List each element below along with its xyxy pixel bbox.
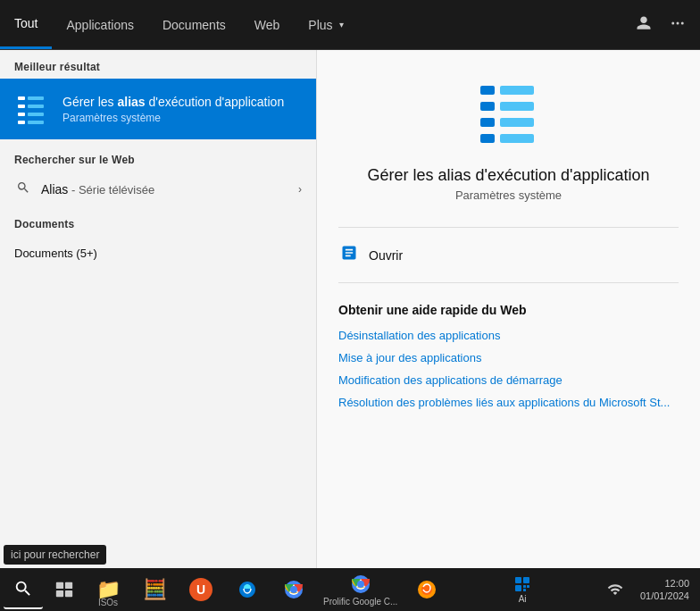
web-help-item-0[interactable]: Désinstallation des applications	[338, 324, 679, 347]
taskbar-prolific-google[interactable]: Prolific Google C...	[318, 570, 403, 609]
open-label: Ouvrir	[369, 248, 403, 263]
tab-applications[interactable]: Applications	[52, 0, 148, 49]
web-help-item-3[interactable]: Résolution des problèmes liés aux applic…	[338, 391, 679, 414]
tab-web[interactable]: Web	[240, 0, 295, 49]
svg-rect-16	[500, 118, 534, 127]
svg-rect-4	[28, 96, 44, 100]
right-panel: Gérer les alias d'exécution d'applicatio…	[317, 50, 700, 568]
svg-rect-35	[527, 585, 529, 588]
taskbar-file-explorer[interactable]: 📁 ISOs	[86, 570, 130, 609]
svg-rect-13	[480, 102, 495, 111]
svg-rect-32	[523, 577, 529, 583]
svg-rect-7	[18, 113, 25, 116]
task-view-button[interactable]	[45, 570, 84, 609]
nav-icons	[629, 8, 700, 42]
chevron-down-icon: ▾	[339, 20, 344, 29]
wifi-icon[interactable]	[596, 570, 635, 609]
svg-rect-36	[523, 589, 526, 591]
settings-list-icon	[14, 91, 50, 127]
svg-rect-19	[56, 582, 63, 589]
svg-point-25	[290, 586, 297, 593]
taskbar: ici pour rechercher 📁 ISOs 🧮 U	[0, 568, 700, 611]
more-options-icon[interactable]	[662, 8, 693, 42]
documents-item[interactable]: Documents (5+)	[0, 236, 316, 270]
svg-rect-22	[65, 590, 72, 597]
svg-rect-33	[515, 585, 521, 591]
svg-rect-5	[18, 105, 25, 108]
svg-rect-20	[65, 582, 72, 589]
svg-rect-34	[523, 585, 526, 588]
web-search-label: Rechercher sur le Web	[0, 143, 316, 172]
svg-rect-21	[56, 590, 63, 597]
svg-rect-8	[28, 113, 44, 116]
main-area: Meilleur résultat Gérer les alias d'e	[0, 50, 700, 568]
system-tray: 12:00 01/01/2024	[596, 570, 696, 609]
svg-rect-12	[500, 86, 534, 95]
best-result-title: Gérer les alias d'exécution d'applicatio…	[62, 94, 284, 110]
web-help-title: Obtenir une aide rapide du Web	[338, 303, 679, 317]
svg-rect-18	[500, 134, 534, 143]
documents-section-label: Documents	[0, 207, 316, 236]
clock: 12:00 01/01/2024	[637, 577, 693, 603]
svg-point-1	[677, 21, 679, 24]
best-result-subtitle: Paramètres système	[62, 112, 284, 124]
search-taskbar-button[interactable]: ici pour rechercher	[4, 570, 43, 609]
svg-point-2	[681, 21, 684, 24]
search-icon	[14, 180, 32, 198]
taskbar-edge[interactable]	[225, 570, 270, 609]
chevron-right-icon: ›	[298, 183, 302, 196]
svg-rect-11	[480, 86, 495, 95]
svg-point-28	[357, 581, 364, 588]
prolific-label: Prolific Google C...	[323, 597, 397, 607]
divider-1	[338, 227, 679, 228]
person-icon[interactable]	[629, 8, 659, 42]
svg-rect-6	[28, 105, 44, 108]
best-result-label: Meilleur résultat	[0, 50, 316, 79]
result-subtitle: Paramètres système	[455, 188, 562, 202]
svg-point-0	[671, 21, 674, 24]
web-search-item[interactable]: Alias - Série télévisée ›	[0, 172, 316, 207]
open-action[interactable]: Ouvrir	[338, 235, 679, 275]
taskbar-calculator[interactable]: 🧮	[132, 570, 177, 609]
tab-documents[interactable]: Documents	[148, 0, 240, 49]
ai-label: Ai	[519, 594, 527, 604]
svg-rect-3	[18, 96, 25, 100]
tab-tout[interactable]: Tout	[0, 0, 52, 49]
svg-rect-31	[515, 577, 521, 583]
svg-rect-9	[18, 121, 25, 124]
left-panel: Meilleur résultat Gérer les alias d'e	[0, 50, 317, 568]
taskbar-ai-button[interactable]: Ai	[499, 570, 546, 609]
svg-rect-15	[480, 118, 495, 127]
taskbar-chrome-cr10[interactable]	[271, 570, 316, 609]
web-search-text: Alias - Série télévisée	[41, 182, 289, 197]
web-help-item-2[interactable]: Modification des applications de démarra…	[338, 369, 679, 391]
top-nav: Tout Applications Documents Web Plus ▾	[0, 0, 700, 50]
search-tooltip: ici pour rechercher	[4, 545, 106, 565]
best-result-text: Gérer les alias d'exécution d'applicatio…	[62, 94, 284, 124]
taskbar-ubuntu[interactable]: U	[179, 570, 223, 609]
taskbar-firefox[interactable]	[404, 570, 449, 609]
tab-plus[interactable]: Plus ▾	[294, 0, 357, 49]
svg-rect-10	[28, 121, 44, 124]
result-title: Gérer les alias d'exécution d'applicatio…	[367, 166, 649, 185]
divider-2	[338, 282, 679, 283]
svg-rect-17	[480, 134, 495, 143]
best-result-item[interactable]: Gérer les alias d'exécution d'applicatio…	[0, 79, 316, 139]
svg-rect-14	[500, 102, 534, 111]
open-icon	[338, 244, 360, 266]
web-help-item-1[interactable]: Mise à jour des applications	[338, 347, 679, 369]
result-icon-large	[473, 77, 545, 152]
